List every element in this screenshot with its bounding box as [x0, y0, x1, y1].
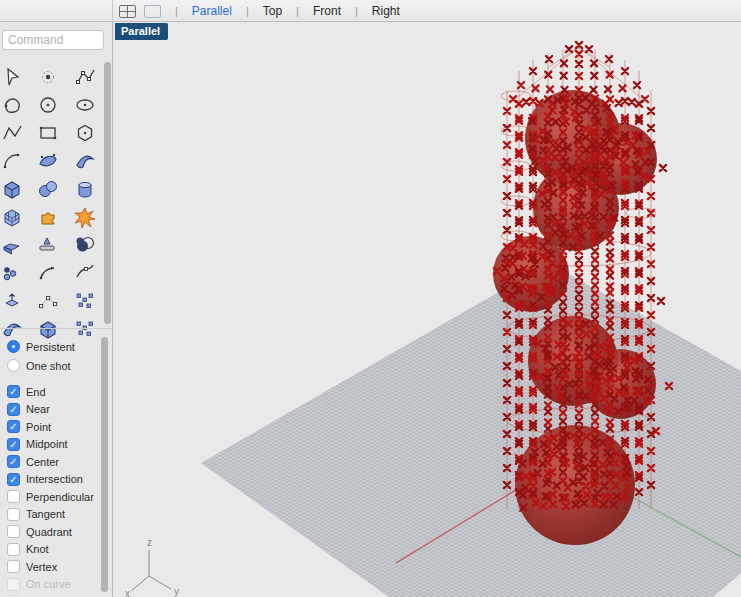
osnap-mode-one-shot[interactable]: One shot	[7, 358, 71, 373]
tool-patch-surface[interactable]	[71, 148, 99, 174]
axis-gizmo: z x y	[125, 537, 179, 597]
tool-boolean-union[interactable]	[34, 204, 62, 230]
osnap-point[interactable]: ✓Point	[7, 419, 51, 434]
view-tab-right[interactable]: Right	[372, 4, 400, 18]
osnap-panel: ⋯ PersistentOne shot✓End✓Near✓Point✓Midp…	[0, 328, 113, 597]
tool-extrude[interactable]	[0, 288, 26, 314]
tool-box[interactable]	[0, 176, 26, 202]
blend-curve-icon	[74, 262, 96, 284]
tool-arc[interactable]	[0, 148, 26, 174]
tool-blend-curve[interactable]	[71, 260, 99, 286]
osnap-label: Center	[26, 456, 59, 468]
view-tab-parallel[interactable]: Parallel	[192, 4, 232, 18]
tool-point[interactable]	[34, 64, 62, 90]
tool-show-points[interactable]	[71, 288, 99, 314]
checkbox-checked: ✓	[7, 403, 20, 416]
x-axis-label: x	[125, 588, 130, 597]
boolean-difference-icon	[74, 234, 96, 256]
checkbox-unchecked	[7, 578, 20, 591]
viewport-toolbar: |Parallel|Top|Front|Right	[0, 0, 741, 22]
tab-separator: |	[349, 5, 364, 17]
tool-sphere[interactable]	[34, 176, 62, 202]
tab-separator: |	[240, 5, 255, 17]
osnap-mode-persistent[interactable]: Persistent	[7, 339, 75, 354]
tool-boolean-difference[interactable]	[71, 232, 99, 258]
point-cloud-icon	[1, 262, 23, 284]
osnap-center[interactable]: ✓Center	[7, 454, 59, 469]
checkbox-unchecked	[7, 508, 20, 521]
tool-control-points-on[interactable]	[34, 288, 62, 314]
osnap-label: One shot	[26, 360, 71, 372]
ellipse-icon	[74, 94, 96, 116]
osnap-label: Vertex	[26, 561, 57, 573]
mesh-box-icon	[1, 206, 23, 228]
checkbox-checked: ✓	[7, 438, 20, 451]
osnap-tangent[interactable]: Tangent	[7, 507, 65, 522]
boolean-union-icon	[37, 206, 59, 228]
four-pane-layout-icon[interactable]	[119, 5, 136, 18]
osnap-label: Quadrant	[26, 526, 72, 538]
extrude-icon	[1, 290, 23, 312]
tool-polyline[interactable]	[0, 120, 26, 146]
tool-circle[interactable]	[34, 92, 62, 118]
view-tab-top[interactable]: Top	[263, 4, 282, 18]
viewport-parallel[interactable]: z x y Parallel	[114, 23, 741, 597]
osnap-intersection[interactable]: ✓Intersection	[7, 472, 83, 487]
tool-select[interactable]	[0, 64, 26, 90]
tab-separator: |	[169, 5, 184, 17]
panel-grip-handle[interactable]: ⋯	[0, 317, 113, 328]
surface-from-points-icon	[37, 150, 59, 172]
viewport-title-badge[interactable]: Parallel	[115, 23, 168, 40]
explode-icon	[74, 206, 96, 228]
osnap-label: Point	[26, 421, 51, 433]
rectangle-icon	[37, 122, 59, 144]
tool-split[interactable]	[34, 232, 62, 258]
view-tab-front[interactable]: Front	[313, 4, 341, 18]
osnap-label: Intersection	[26, 473, 83, 485]
checkbox-checked: ✓	[7, 473, 20, 486]
tool-explode[interactable]	[71, 204, 99, 230]
show-points-icon	[74, 290, 96, 312]
radio-on	[7, 340, 20, 353]
tool-wedge[interactable]	[0, 232, 26, 258]
checkbox-unchecked	[7, 525, 20, 538]
tool-point-cloud[interactable]	[0, 260, 26, 286]
osnap-label: Midpoint	[26, 438, 68, 450]
checkbox-unchecked	[7, 560, 20, 573]
tool-control-point-curve[interactable]	[0, 92, 26, 118]
checkbox-checked: ✓	[7, 455, 20, 468]
tool-palette-scrollbar[interactable]	[104, 62, 111, 324]
command-input[interactable]	[2, 30, 104, 50]
osnap-midpoint[interactable]: ✓Midpoint	[7, 437, 68, 452]
osnap-scrollbar[interactable]	[101, 337, 108, 592]
checkbox-checked: ✓	[7, 420, 20, 433]
viewport-canvas[interactable]: z x y	[114, 23, 741, 597]
osnap-near[interactable]: ✓Near	[7, 402, 50, 417]
cylinder-icon	[74, 178, 96, 200]
tool-surface-from-points[interactable]	[34, 148, 62, 174]
osnap-end[interactable]: ✓End	[7, 384, 46, 399]
single-pane-layout-icon[interactable]	[144, 5, 161, 18]
polygon-icon	[74, 122, 96, 144]
select-icon	[1, 66, 23, 88]
tool-polygon[interactable]	[71, 120, 99, 146]
checkbox-unchecked	[7, 543, 20, 556]
osnap-perpendicular[interactable]: Perpendicular	[7, 489, 94, 504]
osnap-quadrant[interactable]: Quadrant	[7, 524, 72, 539]
tool-adjust-curve[interactable]	[34, 260, 62, 286]
sidebar: ⋯ PersistentOne shot✓End✓Near✓Point✓Midp…	[0, 22, 113, 597]
osnap-label: End	[26, 386, 46, 398]
y-axis-label: y	[174, 586, 179, 597]
control-point-curve-icon	[1, 94, 23, 116]
tool-mesh-box[interactable]	[0, 204, 26, 230]
osnap-vertex[interactable]: Vertex	[7, 559, 57, 574]
tool-curve-through-points[interactable]	[71, 64, 99, 90]
tab-separator: |	[290, 5, 305, 17]
z-axis-label: z	[147, 537, 152, 548]
osnap-knot[interactable]: Knot	[7, 542, 49, 557]
tool-ellipse[interactable]	[71, 92, 99, 118]
toolbar-left-spacer	[0, 0, 113, 22]
tool-cylinder[interactable]	[71, 176, 99, 202]
osnap-on-curve[interactable]: On curve	[7, 577, 71, 592]
tool-rectangle[interactable]	[34, 120, 62, 146]
